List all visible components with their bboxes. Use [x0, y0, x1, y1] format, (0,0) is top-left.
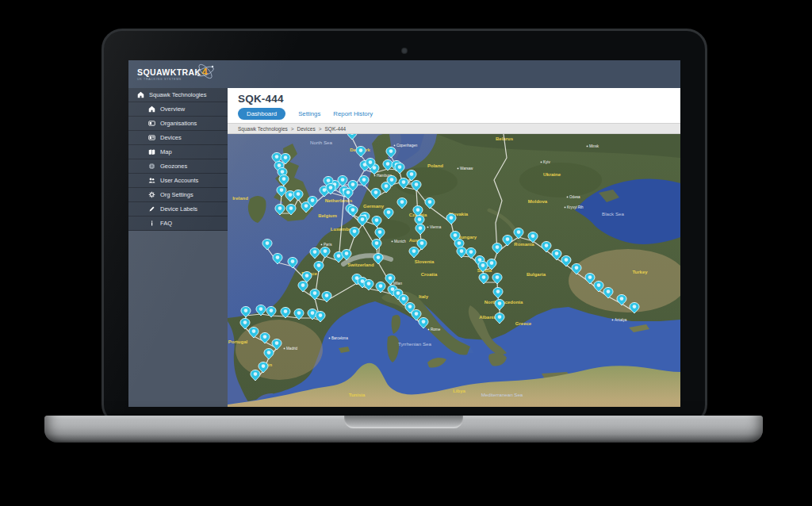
sidebar-item-faq[interactable]: FAQ [128, 217, 228, 231]
city-label-kryvyi-rih: Kryvyi Rih [567, 205, 584, 209]
city-dot [541, 162, 542, 163]
breadcrumb-separator: > [291, 126, 294, 132]
city-label-rome: Rome [431, 328, 441, 332]
city-label-munich: Munich [394, 240, 406, 243]
users-icon [148, 177, 155, 184]
city-dot [587, 146, 588, 148]
city-dot [427, 227, 429, 228]
tab-settings[interactable]: Settings [298, 110, 320, 117]
country-label-bulgaria: Bulgaria [527, 272, 546, 277]
city-dot [392, 241, 393, 243]
breadcrumb-device-id[interactable]: SQK-444 [324, 126, 346, 132]
iberia-plateau [236, 320, 323, 380]
breadcrumb-separator: > [319, 126, 322, 132]
sidebar-item-label: Overview [160, 105, 185, 113]
city-dot [284, 348, 285, 350]
sidebar-item-geozones[interactable]: Geozones [128, 159, 228, 174]
sidebar-item-label: Squawk Technologies [149, 91, 206, 98]
pencil-icon [148, 205, 155, 213]
tab-report-history[interactable]: Report History [333, 110, 373, 117]
sidebar-item-user-accounts[interactable]: User Accounts [128, 174, 228, 188]
country-label-moldova: Moldova [528, 199, 548, 204]
sidebar-item-label: Organisations [160, 120, 197, 127]
home-icon [148, 105, 155, 113]
sea-label-north-sea: North Sea [310, 140, 332, 145]
country-label-albania: Albania [479, 315, 496, 320]
tab-bar: DashboardSettingsReport History [238, 108, 670, 120]
sidebar-item-label: User Accounts [160, 177, 198, 184]
city-label-madrid: Madrid [286, 347, 297, 351]
sidebar-item-devices[interactable]: Devices [128, 131, 228, 145]
city-dot [567, 197, 569, 198]
map-icon [148, 148, 155, 155]
sidebar-item-squawk-technologies[interactable]: Squawk Technologies [128, 88, 228, 102]
sidebar-item-label: Devices [160, 134, 182, 141]
city-dot [394, 145, 396, 147]
logo-tagline: UK TRACKING SYSTEMS [137, 79, 208, 82]
app-topbar: SQUAWKTRAK 4 UK TRACKING SYSTEMS [128, 60, 680, 88]
city-label-vienna: Vienna [430, 225, 442, 229]
breadcrumb-devices[interactable]: Devices [297, 126, 316, 132]
laptop-notch [344, 416, 463, 428]
city-dot [612, 320, 614, 321]
sea-label-mediterranean-sea: Mediterranean Sea [481, 392, 523, 397]
country-label-italy: Italy [419, 294, 429, 299]
map-container: IrelandDenmarkPolandGermanyNetherlandsBe… [228, 134, 680, 407]
sidebar-item-label: FAQ [160, 220, 172, 227]
city-dot [565, 207, 566, 209]
city-label-barcelona: Barcelona [331, 336, 348, 340]
country-label-croatia: Croatia [421, 272, 438, 277]
device-card-icon [148, 134, 155, 141]
sidebar-item-label: Org Settings [160, 191, 193, 198]
country-label-slovenia: Slovenia [415, 259, 435, 264]
laptop-screen: SQUAWKTRAK 4 UK TRACKING SYSTEMS [102, 29, 707, 425]
main-panel: SQK-444 DashboardSettingsReport History … [228, 88, 680, 407]
page-title: SQK-444 [238, 93, 670, 105]
country-label-portugal: Portugal [228, 339, 248, 344]
sidebar-item-device-labels[interactable]: Device Labels [128, 202, 228, 217]
home-icon [137, 91, 144, 98]
city-dot [321, 244, 323, 246]
city-label-odesa: Odesa [569, 195, 580, 199]
city-label-minsk: Minsk [589, 144, 599, 148]
forest-patch [519, 163, 602, 197]
city-label-kyiv: Kyiv [543, 160, 550, 164]
sidebar-item-org-settings[interactable]: Org Settings [128, 188, 228, 202]
sidebar-item-organisations[interactable]: Organisations [128, 117, 228, 131]
country-label-ireland: Ireland [232, 196, 248, 201]
squawktrak-logo: SQUAWKTRAK 4 UK TRACKING SYSTEMS [137, 67, 208, 81]
country-label-switzerland: Switzerland [347, 263, 374, 267]
country-label-turkey: Turkey [632, 270, 648, 274]
country-label-ukraine: Ukraine [543, 172, 561, 177]
city-label-milan: Milan [393, 282, 402, 286]
mockup-stage: SQUAWKTRAK 4 UK TRACKING SYSTEMS [0, 0, 812, 506]
sidebar-filler [128, 231, 228, 407]
sidebar-nav: Squawk TechnologiesOverviewOrganisations… [128, 88, 228, 407]
webcam-dot [401, 48, 408, 54]
gear-icon [148, 191, 155, 198]
sidebar-item-label: Device Labels [160, 205, 197, 213]
country-label-germany: Germany [363, 204, 385, 209]
organisation-card-icon [148, 120, 155, 127]
europe-map[interactable]: IrelandDenmarkPolandGermanyNetherlandsBe… [228, 134, 680, 407]
sea-label-black-sea: Black Sea [602, 211, 624, 217]
city-dot [428, 329, 430, 331]
sidebar-item-map[interactable]: Map [128, 145, 228, 159]
city-dot [374, 175, 376, 177]
city-label-copenhagen: Copenhagen [396, 144, 418, 148]
sidebar-item-label: Geozones [160, 163, 187, 170]
country-label-hungary: Hungary [458, 235, 477, 240]
country-label-romania: Romania [514, 242, 534, 247]
logo-brand-text: SQUAWKTRAK [137, 68, 201, 77]
laptop-base [44, 416, 763, 443]
country-label-belgium: Belgium [318, 213, 337, 218]
breadcrumb: Squawk Technologies > Devices > SQK-444 [228, 123, 680, 134]
tab-dashboard[interactable]: Dashboard [238, 108, 285, 120]
logo-accent-4: 4 [201, 67, 207, 77]
city-dot [329, 338, 331, 339]
country-label-libya: Libya [453, 389, 465, 393]
country-label-poland: Poland [427, 163, 443, 168]
breadcrumb-org[interactable]: Squawk Technologies [238, 126, 288, 132]
globe-icon [148, 163, 155, 170]
sidebar-item-overview[interactable]: Overview [128, 102, 228, 117]
